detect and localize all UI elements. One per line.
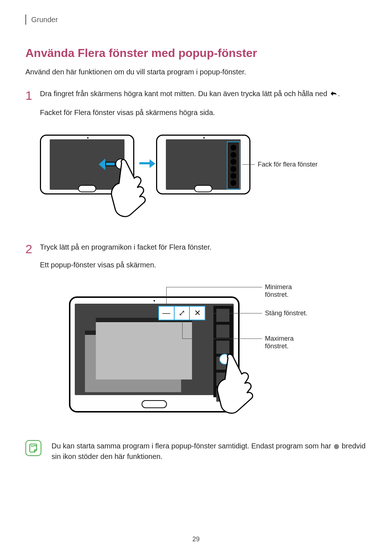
breadcrumb: Grunder [25, 15, 367, 25]
step-1: 1 Dra fingret från skärmens högra kant m… [25, 89, 367, 125]
step-number: 2 [25, 242, 40, 278]
leader-line [182, 338, 262, 339]
step-2: 2 Tryck lätt på en programikon i facket … [25, 242, 367, 278]
leader-line [206, 313, 262, 313]
multi-window-tray [227, 141, 240, 189]
note: Du kan starta samma program i flera popu… [25, 440, 367, 462]
figure-popup: — ⤢ ✕ Minimera fönstret. Stäng fönstret.… [69, 287, 341, 428]
leader-line [166, 287, 167, 306]
step-2-result: Ett popup-fönster visas på skärmen. [40, 260, 367, 270]
step-1-text: Dra fingret från skärmens högra kant mot… [40, 89, 367, 100]
arrow-right-icon [139, 160, 155, 167]
callout-close: Stäng fönstret. [265, 309, 307, 317]
maximize-icon: ⤢ [174, 307, 189, 320]
callout-tray-label: Fack för flera fönster [258, 161, 318, 168]
leader-line [242, 164, 255, 165]
tablet-after [156, 135, 250, 194]
step-number: 1 [25, 89, 40, 125]
close-icon: ✕ [189, 307, 205, 320]
hand-icon [214, 351, 261, 427]
note-text: Du kan starta samma program i flera popu… [52, 440, 367, 462]
hand-icon [109, 156, 152, 229]
minimize-icon: — [159, 307, 174, 320]
breadcrumb-text: Grunder [31, 16, 58, 24]
step-2-text: Tryck lätt på en programikon i facket fö… [40, 242, 367, 253]
leader-line [166, 287, 262, 287]
page-number: 29 [0, 535, 392, 543]
figure-swipe: Fack för flera fönster [40, 135, 367, 229]
callout-maximize: Maximera fönstret. [265, 335, 309, 350]
step-1-result: Facket för Flera fönster visas på skärme… [40, 107, 367, 118]
popup-window-front [96, 318, 192, 379]
note-icon [25, 440, 41, 456]
section-intro: Använd den här funktionen om du vill sta… [25, 68, 367, 76]
return-icon [329, 89, 338, 100]
leader-line [182, 320, 183, 338]
popup-capable-icon [334, 444, 339, 449]
callout-minimize: Minimera fönstret. [265, 283, 309, 299]
popup-toolbar: — ⤢ ✕ [158, 306, 205, 320]
section-title: Använda Flera fönster med popup-fönster [25, 46, 367, 60]
